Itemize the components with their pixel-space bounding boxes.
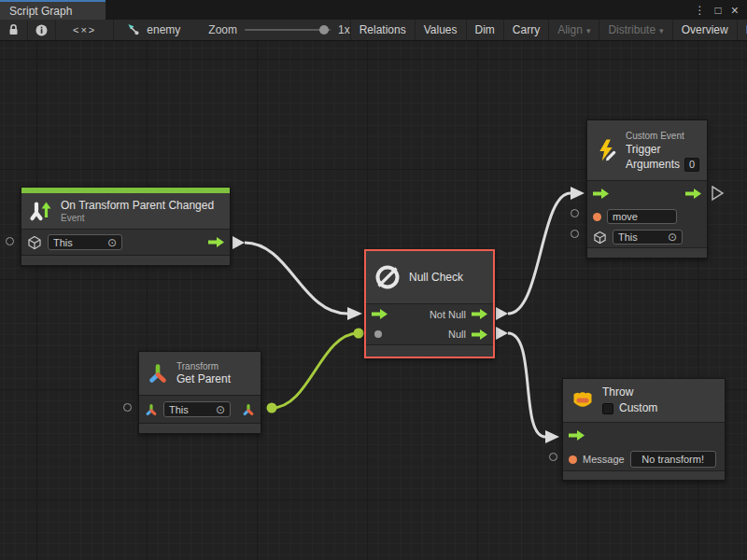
value-port-dot[interactable] <box>374 330 382 338</box>
dim-button[interactable]: Dim <box>466 20 503 40</box>
dropdown-arrow-icon: ▾ <box>586 26 591 35</box>
fullscreen-button[interactable]: Full Screen <box>737 20 747 40</box>
throw-error-icon <box>571 388 595 413</box>
target-field[interactable]: This ⊙ <box>48 234 122 250</box>
preview-code-button[interactable]: <×> <box>56 20 114 40</box>
null-check-icon <box>374 263 402 291</box>
graph-canvas[interactable]: On Transform Parent Changed Event This ⊙ <box>0 41 747 560</box>
graph-pointer-icon <box>127 23 141 36</box>
wire-getparent-to-nullcheck[interactable] <box>272 333 359 408</box>
event-name-row: move <box>587 206 707 227</box>
target-field[interactable]: This ⊙ <box>163 401 231 417</box>
node-title: On Transform Parent Changed <box>61 199 214 213</box>
wire-end-arrow[interactable] <box>347 307 362 320</box>
value-port-trigger-target[interactable] <box>571 230 579 238</box>
flow-row <box>587 180 707 206</box>
flow-input-arrow[interactable] <box>372 309 388 319</box>
code-icon: <×> <box>73 24 96 35</box>
arguments-label: Arguments <box>626 158 680 172</box>
message-field[interactable]: No transform! <box>630 451 716 468</box>
relations-button[interactable]: Relations <box>350 20 415 40</box>
info-icon <box>35 24 48 36</box>
node-title: Get Parent <box>176 372 231 386</box>
script-graph-window: Script Graph ⋮ □ × <×> <box>0 0 747 560</box>
node-title: Trigger <box>626 143 699 157</box>
custom-checkbox[interactable] <box>602 403 613 414</box>
wire-value-cap[interactable] <box>267 403 277 413</box>
null-label: Null <box>448 329 466 340</box>
distribute-button: Distribute▾ <box>599 20 671 40</box>
node-title: Throw <box>602 385 657 399</box>
zoom-control: Zoom 1x <box>208 20 349 40</box>
value-port-throw-message[interactable] <box>549 453 557 461</box>
node-category: Transform <box>176 360 231 372</box>
node-header[interactable]: Transform Get Parent <box>139 352 261 395</box>
node-header[interactable]: Throw Custom <box>563 379 725 422</box>
flow-output-arrow[interactable] <box>685 189 701 199</box>
target-picker-icon: ⊙ <box>107 237 117 248</box>
string-port-dot[interactable] <box>593 213 601 221</box>
wire-start-cap[interactable] <box>233 236 245 249</box>
flow-output-arrow[interactable] <box>208 237 224 247</box>
flow-output-arrow[interactable] <box>472 329 487 340</box>
string-port-dot[interactable] <box>569 455 577 464</box>
transform-output-port-icon[interactable] <box>242 403 255 416</box>
inspect-button[interactable] <box>28 20 56 40</box>
zoom-label: Zoom <box>208 23 237 36</box>
custom-label: Custom <box>619 401 657 415</box>
zoom-slider-handle[interactable] <box>319 25 329 35</box>
value-port-event-target[interactable] <box>6 237 14 245</box>
node-header[interactable]: On Transform Parent Changed Event <box>21 193 230 229</box>
tab-script-graph[interactable]: Script Graph <box>0 0 106 20</box>
target-field[interactable]: This ⊙ <box>613 230 683 245</box>
values-button[interactable]: Values <box>415 20 466 40</box>
window-controls: ⋮ □ × <box>695 0 747 20</box>
custom-event-icon <box>595 138 618 162</box>
more-menu-icon[interactable]: ⋮ <box>695 5 706 16</box>
close-icon[interactable]: × <box>731 4 739 17</box>
node-footer <box>139 423 261 433</box>
wire-notnull-to-trigger[interactable] <box>508 193 571 314</box>
node-null-check[interactable]: Null Check Not Null Null <box>364 249 495 358</box>
node-header[interactable]: Custom Event Trigger Arguments 0 <box>587 120 707 180</box>
unconnected-flow-port[interactable] <box>712 187 723 200</box>
overview-button[interactable]: Overview <box>672 20 737 40</box>
value-port-getparent-target[interactable] <box>123 403 132 412</box>
value-port-trigger-name[interactable] <box>571 209 579 217</box>
flow-output-arrow[interactable] <box>472 309 487 319</box>
wire-value-cap[interactable] <box>354 329 364 339</box>
event-name-field[interactable]: move <box>607 209 677 224</box>
flow-input-arrow[interactable] <box>569 430 585 441</box>
transform-event-icon <box>29 199 53 223</box>
node-subtitle: Event <box>61 213 214 224</box>
arguments-count-field[interactable]: 0 <box>684 158 699 172</box>
tab-bar: Script Graph ⋮ □ × <box>0 0 747 20</box>
node-footer <box>21 255 230 265</box>
zoom-slider[interactable] <box>245 29 331 31</box>
node-header[interactable]: Null Check <box>366 251 493 303</box>
lock-button[interactable] <box>0 20 28 40</box>
flow-input-arrow[interactable] <box>593 189 609 199</box>
node-category: Custom Event <box>626 130 699 142</box>
wire-end-arrow[interactable] <box>545 430 559 443</box>
wire-end-arrow[interactable] <box>571 187 585 200</box>
graph-toolbar: <×> enemy Zoom 1x Relations Values Dim C… <box>0 20 747 41</box>
wire-start-cap[interactable] <box>496 327 508 340</box>
node-on-transform-parent-changed[interactable]: On Transform Parent Changed Event This ⊙ <box>21 187 231 266</box>
maximize-icon[interactable]: □ <box>715 5 722 16</box>
node-footer <box>366 344 493 357</box>
target-row: This ⊙ <box>587 227 707 247</box>
wire-null-to-throw[interactable] <box>508 333 545 437</box>
message-row: Message No transform! <box>563 448 725 470</box>
wire-start-cap[interactable] <box>496 307 508 320</box>
wire-event-to-nullcheck[interactable] <box>245 243 347 314</box>
node-get-parent[interactable]: Transform Get Parent This ⊙ <box>138 351 261 434</box>
node-throw[interactable]: Throw Custom Message No transform! <box>562 378 726 481</box>
node-title: Null Check <box>409 271 463 285</box>
graph-breadcrumb[interactable]: enemy <box>127 20 180 40</box>
graph-name: enemy <box>147 23 180 36</box>
null-row: Null <box>366 324 493 344</box>
carry-button[interactable]: Carry <box>503 20 548 40</box>
transform-port-icon[interactable] <box>145 403 158 416</box>
node-trigger-custom-event[interactable]: Custom Event Trigger Arguments 0 <box>586 119 708 259</box>
